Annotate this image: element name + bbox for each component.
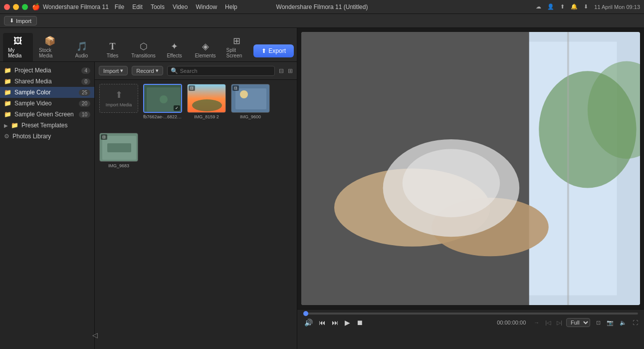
audio-icon: 🎵 — [76, 41, 87, 52]
downloads-icon: ⬇ — [584, 3, 588, 10]
menu-tools[interactable]: Tools — [151, 3, 165, 10]
tab-my-media[interactable]: 🖼 My Media — [3, 33, 33, 61]
sidebar-item-sample-green-screen[interactable]: 📁 Sample Green Screen 10 — [0, 109, 94, 120]
svg-point-18 — [403, 149, 500, 217]
folder-icon-4: 📁 — [4, 100, 11, 107]
tab-transitions[interactable]: ⬡ Transitions — [129, 38, 159, 61]
search-input[interactable] — [180, 68, 271, 74]
sidebar-item-photos-library[interactable]: ⚙ Photos Library — [0, 131, 94, 142]
step-forward-button[interactable]: ⏭ — [331, 318, 340, 328]
tab-effects[interactable]: ✦ Effects — [160, 38, 190, 61]
sidebar-item-sample-color[interactable]: 📁 Sample Color 25 — [0, 87, 94, 98]
close-button[interactable] — [4, 4, 10, 10]
step-back-button[interactable]: ⏮ — [318, 318, 327, 328]
import-label: Import — [103, 68, 119, 74]
sidebar-item-sample-video[interactable]: 📁 Sample Video 20 — [0, 98, 94, 109]
content-area: Import ▾ Record ▾ 🔍 ⊟ ⊞ — [95, 62, 297, 349]
sidebar-item-preset-templates[interactable]: ▶ 📁 Preset Templates — [0, 120, 94, 131]
list-item[interactable]: ⊡ IMG_9600 — [230, 84, 270, 129]
maximize-button[interactable] — [22, 4, 28, 10]
account-icon: 👤 — [547, 3, 554, 10]
photos-icon: ⚙ — [4, 133, 9, 140]
titlebar-right: ☁ 👤 ⬆ 🔔 ⬇ 11 April Mon 09:13 — [536, 3, 640, 10]
stop-button[interactable]: ⏹ — [355, 318, 364, 328]
progress-bar[interactable] — [303, 313, 638, 315]
tab-elements[interactable]: ◈ Elements — [191, 38, 220, 61]
fullscreen-icon[interactable]: ⛶ — [633, 320, 638, 326]
list-item[interactable]: ⊡ IMG_9683 — [99, 133, 139, 178]
tab-titles[interactable]: T Titles — [98, 38, 128, 61]
titles-icon: T — [110, 41, 116, 52]
svg-rect-6 — [235, 88, 266, 109]
export-icon: ⬆ — [261, 47, 266, 54]
record-label: Record — [136, 68, 154, 74]
snapshot-icon[interactable]: ⊡ — [596, 320, 601, 326]
folder-icon-6: 📁 — [11, 122, 18, 129]
progress-thumb[interactable] — [303, 311, 308, 316]
image-icon-badge: ⊡ — [189, 85, 195, 91]
left-panel: 🖼 My Media 📦 Stock Media 🎵 Audio T Title… — [0, 28, 297, 349]
import-media-item[interactable]: ⬆ Import Media — [99, 84, 139, 129]
traffic-lights — [4, 4, 28, 10]
tab-split-screen[interactable]: ⊞ Split Screen — [221, 32, 253, 61]
minimize-button[interactable] — [13, 4, 19, 10]
video-thumb-fb7662ae: ✓ — [143, 84, 182, 113]
main-layout: 🖼 My Media 📦 Stock Media 🎵 Audio T Title… — [0, 28, 644, 349]
media-grid: ⬆ Import Media — [95, 80, 297, 349]
sidebar-collapse-button[interactable]: ◁ — [92, 331, 95, 339]
image-thumb-img8159: ⊡ — [187, 84, 226, 113]
video-preview — [301, 32, 640, 305]
transitions-icon: ⬡ — [140, 41, 148, 52]
toolbar-tabs: 🖼 My Media 📦 Stock Media 🎵 Audio T Title… — [0, 28, 297, 62]
menu-help[interactable]: Help — [225, 3, 237, 10]
filter-icon[interactable]: ⊟ — [279, 67, 284, 74]
chevron-right-icon: ▶ — [4, 123, 8, 128]
list-item[interactable]: ⊡ IMG_8159 2 — [187, 84, 226, 129]
volume-icon[interactable]: 🔈 — [620, 320, 627, 326]
sidebar-item-shared-media[interactable]: 📁 Shared Media 0 — [0, 76, 94, 87]
sidebar: 📁 Project Media 4 📁 Shared Media 0 📁 Sam… — [0, 62, 95, 349]
menu-file[interactable]: File — [115, 3, 124, 10]
folder-icon-5: 📁 — [4, 111, 11, 118]
media-panel: 📁 Project Media 4 📁 Shared Media 0 📁 Sam… — [0, 62, 297, 349]
folder-icon-2: 📁 — [4, 78, 11, 85]
my-media-icon: 🖼 — [13, 36, 22, 46]
datetime: 11 April Mon 09:13 — [594, 4, 640, 10]
duration-badge: ✓ — [174, 105, 180, 111]
import-media-label: Import Media — [106, 102, 132, 108]
quality-select[interactable]: Full 1/2 1/4 — [566, 318, 590, 327]
record-dropdown-button[interactable]: Record ▾ — [132, 66, 163, 75]
stock-media-icon: 📦 — [44, 35, 55, 46]
share-icon: ⬆ — [560, 3, 565, 10]
menu-window[interactable]: Window — [196, 3, 217, 10]
export-button[interactable]: ⬆ Export — [253, 44, 294, 57]
video-canvas — [301, 32, 640, 305]
import-placeholder: ⬆ Import Media — [99, 84, 138, 113]
volume-button[interactable]: 🔊 — [303, 318, 314, 328]
tab-stock-media[interactable]: 📦 Stock Media — [34, 32, 66, 61]
menu-edit[interactable]: Edit — [132, 3, 143, 10]
media-item-name: IMG_8159 2 — [194, 114, 219, 119]
importbar: ⬇ Import — [0, 14, 644, 28]
camera-icon[interactable]: 📷 — [607, 320, 614, 326]
play-button[interactable]: ▶ — [344, 318, 351, 328]
chevron-down-icon-2: ▾ — [156, 67, 159, 74]
import-dropdown-button[interactable]: Import ▾ — [99, 66, 128, 75]
controls-row: 🔊 ⏮ ⏭ ▶ ⏹ 00:00:00:00 → |◁ ▷| Full 1/2 1… — [303, 318, 638, 328]
media-item-name: fb7662ae-...6822c2a8 — [143, 114, 182, 119]
menu-video[interactable]: Video — [173, 3, 188, 10]
upload-icon: ⬆ — [115, 89, 123, 100]
content-toolbar: Import ▾ Record ▾ 🔍 ⊟ ⊞ — [95, 62, 297, 80]
import-button[interactable]: ⬇ Import — [4, 16, 37, 25]
sidebar-item-project-media[interactable]: 📁 Project Media 4 — [0, 65, 94, 76]
download-icon: ⬇ — [9, 17, 14, 24]
tab-audio[interactable]: 🎵 Audio — [67, 38, 97, 61]
effects-icon: ✦ — [171, 41, 178, 52]
grid-view-icon[interactable]: ⊞ — [288, 67, 293, 74]
list-item[interactable]: ✓ fb7662ae-...6822c2a8 — [143, 84, 183, 129]
time-separator: → — [534, 320, 539, 326]
titlebar: 🍎 Wondershare Filmora 11 File Edit Tools… — [0, 0, 644, 14]
chevron-down-icon: ▾ — [120, 67, 123, 74]
app-name: Wondershare Filmora 11 — [43, 3, 109, 10]
folder-icon: 📁 — [4, 67, 11, 74]
